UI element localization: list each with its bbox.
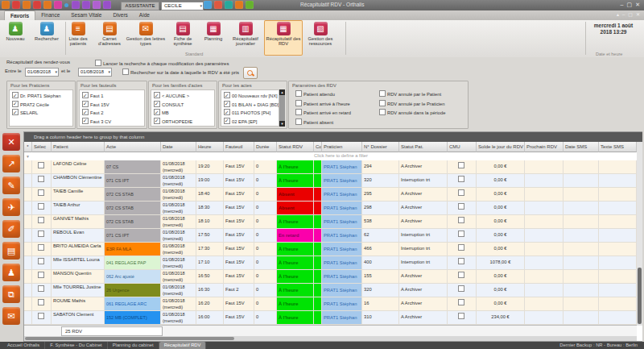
child-close-button[interactable]: ✕ <box>636 10 640 19</box>
photo-icon[interactable] <box>72 1 80 9</box>
cmu-checkbox[interactable] <box>458 176 464 182</box>
row-select-checkbox[interactable] <box>38 272 44 278</box>
filter-list-item[interactable]: 01 BILAN + DIAG [BD] <box>224 101 279 110</box>
taskbar-tab-planning-du-cabinet[interactable]: Planning du cabinet <box>108 342 159 349</box>
tag-icon[interactable] <box>54 1 62 9</box>
search-button[interactable] <box>243 67 258 79</box>
patients-icon[interactable]: ♟ <box>2 264 20 281</box>
param-checkbox-item[interactable]: Patient arrivé à l'heure <box>295 100 351 110</box>
date-to-input[interactable]: 01/08/2018 ▾ <box>78 68 112 77</box>
checkbox[interactable] <box>154 109 160 115</box>
group-by-bar[interactable]: Drag a column header here to group by th… <box>24 132 642 142</box>
tab-finance[interactable]: Finance <box>35 10 65 20</box>
checkbox[interactable] <box>224 101 230 107</box>
print-icon[interactable]: ▤ <box>2 242 20 260</box>
ribbon-button-new-patient[interactable]: ♟Nouveau <box>0 20 31 56</box>
row-select-checkbox[interactable] <box>38 203 44 210</box>
checkbox[interactable] <box>12 92 19 98</box>
row-select-checkbox[interactable] <box>38 313 44 319</box>
chat-icon[interactable] <box>204 1 212 9</box>
cmu-checkbox[interactable] <box>458 189 464 196</box>
column-header-statut_pat[interactable]: Statut Pat. <box>399 142 448 152</box>
row-select-checkbox[interactable] <box>38 244 44 251</box>
cmu-checkbox[interactable] <box>458 285 464 292</box>
column-header-texte_sms[interactable]: Texte SMS <box>599 142 637 152</box>
vscroll-thumb[interactable] <box>638 268 642 324</box>
column-header-date[interactable]: Date <box>161 142 196 152</box>
taskbar-tab-r-capitulatif-rdv[interactable]: Récapitulatif RDV <box>159 342 207 349</box>
ribbon-button-letters[interactable]: ✉Gestion des lettres types <box>126 20 166 56</box>
checkbox[interactable] <box>379 100 386 106</box>
edit-icon[interactable]: ✎ <box>2 177 20 194</box>
checkbox[interactable] <box>122 69 129 75</box>
maximize-button[interactable]: ▢ <box>627 1 633 9</box>
column-header-fauteuil[interactable]: Fauteuil <box>224 142 254 152</box>
filter-list-item[interactable]: ORTHOPEDIE <box>154 118 214 127</box>
column-header-duree[interactable]: Durée <box>254 142 277 152</box>
filter-list-item[interactable]: SELARL <box>12 109 72 118</box>
checkbox[interactable] <box>224 118 230 124</box>
filter-list-item[interactable]: < AUCUNE > <box>154 92 214 101</box>
row-select-checkbox[interactable] <box>38 285 44 292</box>
cmu-checkbox[interactable] <box>458 162 464 168</box>
cmu-checkbox[interactable] <box>458 231 464 237</box>
vertical-scrollbar[interactable] <box>637 142 642 326</box>
cmu-checkbox[interactable] <box>458 203 464 210</box>
param-checkbox-item[interactable]: Patient attendu <box>295 90 351 100</box>
cmu-checkbox[interactable] <box>458 244 464 251</box>
checkbox[interactable] <box>82 109 89 115</box>
tab-divers[interactable]: Divers <box>107 10 133 20</box>
row-select-checkbox[interactable] <box>38 299 44 305</box>
filter-list-item[interactable]: 011 PHOTOS [PH] <box>224 109 279 118</box>
ribbon-button-address-book[interactable]: ▤Carnet d'adresses <box>93 20 126 56</box>
column-header-date_sms[interactable]: Date SMS <box>564 142 599 152</box>
filter-list-item[interactable]: Faut 1 <box>82 92 144 101</box>
filter-list-item[interactable]: PRAT2 Cécile <box>12 101 72 110</box>
patient-icon[interactable] <box>2 1 10 9</box>
cmu-checkbox[interactable] <box>458 258 464 264</box>
filter-list-item[interactable]: 00 Nouveaux rdv [NX] <box>224 92 279 101</box>
message-icon[interactable]: ✉ <box>2 307 20 325</box>
checkbox[interactable] <box>82 118 89 124</box>
send-icon[interactable] <box>225 1 233 9</box>
child-restore-button[interactable]: ▴ <box>617 10 619 19</box>
film-icon[interactable] <box>103 1 111 9</box>
column-header-cmu[interactable]: CMU <box>448 142 477 152</box>
checkbox[interactable] <box>82 101 89 107</box>
checkbox[interactable] <box>154 118 160 124</box>
board-icon[interactable] <box>246 1 254 9</box>
search-on-booked-date-checkbox[interactable]: Rechercher sur la date à laquelle le RDV… <box>122 69 239 75</box>
column-header-acte[interactable]: Acte <box>105 142 161 152</box>
ribbon-button-planning[interactable]: ▦Planning <box>200 20 227 56</box>
row-select-checkbox[interactable] <box>38 258 44 264</box>
group-scrollbar[interactable]: ▲▼ <box>279 89 285 127</box>
alert-icon[interactable] <box>12 1 20 9</box>
checkbox[interactable] <box>154 92 160 98</box>
date-from-input[interactable]: 01/08/2018 ▾ <box>25 68 59 77</box>
param-checkbox-item[interactable]: Patient arrivé en retard <box>295 109 351 118</box>
filter-list-item[interactable]: 02 EPA [EP] <box>224 118 279 127</box>
checkbox[interactable] <box>12 101 19 107</box>
row-select-checkbox[interactable] <box>38 176 44 182</box>
scroll-down-icon[interactable]: ▼ <box>279 121 285 127</box>
taskbar-tab-f-synth-se-du-cabinet[interactable]: F. Synthèse - Du Cabinet <box>45 342 107 349</box>
filter-list-item[interactable]: MB <box>154 109 214 118</box>
checkbox[interactable] <box>295 90 302 97</box>
row-select-checkbox[interactable] <box>38 189 44 196</box>
ribbon-button-rdv-recap[interactable]: ▦Récapitulatif des RDV <box>264 20 303 56</box>
column-header-praticien[interactable]: Praticien <box>322 142 362 152</box>
copy-icon[interactable]: ⧉ <box>2 285 20 303</box>
checkbox[interactable] <box>12 109 19 115</box>
cmu-checkbox[interactable] <box>458 313 464 319</box>
scroll-up-icon[interactable]: ▲ <box>279 89 285 95</box>
ribbon-button-daily-recap[interactable]: ▥Récapitulatif journalier <box>227 20 264 56</box>
launch-search-checkbox[interactable]: Lancer la recherche à chaque modificatio… <box>95 60 229 66</box>
cmu-checkbox[interactable] <box>458 217 464 223</box>
filter-list-item[interactable]: CONSULT <box>154 101 214 110</box>
column-header-heure[interactable]: Heure <box>196 142 224 152</box>
row-select-checkbox[interactable] <box>38 217 44 223</box>
filter-list-item[interactable]: Faut 2 <box>82 109 144 118</box>
send-icon[interactable]: ✈ <box>2 198 20 216</box>
column-header-selec[interactable]: Sélec <box>32 142 52 152</box>
param-checkbox-item[interactable]: RDV annulé par le Patient <box>379 90 446 100</box>
